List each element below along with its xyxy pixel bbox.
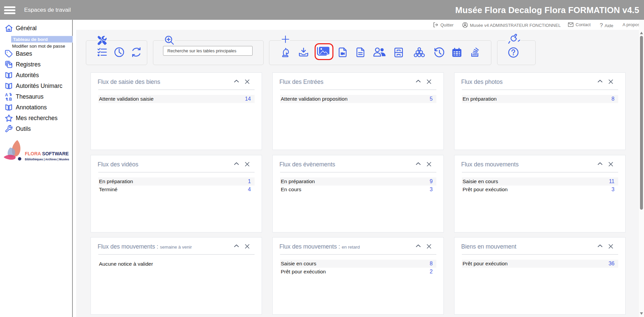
svg-text:B: B (9, 97, 12, 101)
svg-text:Bibliothèques | Archives | Mus: Bibliothèques | Archives | Musées (25, 158, 69, 161)
svg-text:A: A (5, 93, 8, 97)
svg-text:FLORA SOFTWARE: FLORA SOFTWARE (25, 151, 69, 156)
